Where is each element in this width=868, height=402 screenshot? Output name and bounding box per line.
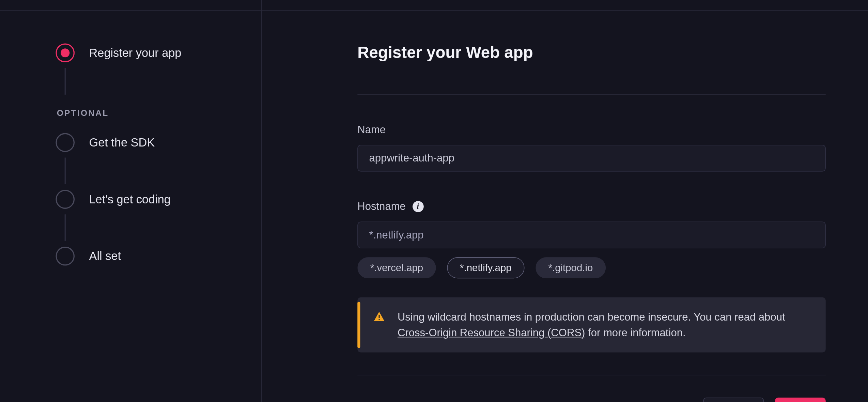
step-indicator-pending-icon — [56, 133, 75, 152]
main-content: Register your Web app Name Hostname i *.… — [262, 0, 868, 402]
hostname-label: Hostname — [357, 200, 406, 213]
chip-gitpod-io[interactable]: *.gitpod.io — [536, 257, 606, 278]
warning-text-before: Using wildcard hostnames in production c… — [398, 311, 785, 323]
step-connector — [65, 214, 66, 241]
name-input[interactable] — [357, 145, 826, 171]
chip-label: *.vercel.app — [370, 262, 423, 274]
cancel-button[interactable]: Cancel — [703, 398, 764, 402]
cors-link[interactable]: Cross-Origin Resource Sharing (CORS) — [398, 327, 585, 338]
page-title: Register your Web app — [357, 43, 826, 62]
svg-rect-1 — [379, 319, 380, 320]
next-button[interactable]: Next — [775, 398, 826, 402]
info-icon[interactable]: i — [412, 201, 423, 212]
wizard-sidebar: Register your app OPTIONAL Get the SDK L… — [0, 0, 262, 402]
chip-label: *.gitpod.io — [548, 262, 593, 274]
name-form-group: Name — [357, 124, 826, 172]
hostname-suggestion-chips: *.vercel.app *.netlify.app *.gitpod.io — [357, 257, 826, 278]
step-all-set[interactable]: All set — [56, 247, 261, 266]
step-label: Get the SDK — [89, 136, 155, 149]
form-footer: Cancel Next — [357, 375, 826, 402]
svg-rect-0 — [379, 315, 380, 318]
step-connector — [65, 158, 66, 184]
step-indicator-pending-icon — [56, 247, 75, 266]
chip-label: *.netlify.app — [460, 262, 512, 274]
step-label: Register your app — [89, 46, 182, 60]
hostname-input[interactable] — [357, 221, 826, 248]
step-lets-get-coding[interactable]: Let's get coding — [56, 190, 261, 209]
optional-section-label: OPTIONAL — [57, 108, 261, 118]
name-label: Name — [357, 124, 386, 136]
step-indicator-pending-icon — [56, 190, 75, 209]
wildcard-warning-alert: Using wildcard hostnames in production c… — [357, 297, 826, 353]
step-indicator-active-icon — [56, 43, 75, 62]
divider — [357, 375, 826, 375]
warning-text-after: for more information. — [585, 327, 685, 338]
step-label: Let's get coding — [89, 192, 171, 206]
step-register-your-app[interactable]: Register your app — [56, 43, 261, 62]
chip-vercel-app[interactable]: *.vercel.app — [357, 257, 436, 278]
step-connector — [65, 68, 66, 94]
chip-netlify-app[interactable]: *.netlify.app — [447, 257, 525, 278]
divider — [357, 94, 826, 95]
step-label: All set — [89, 249, 121, 263]
warning-icon — [357, 310, 385, 325]
hostname-form-group: Hostname i *.vercel.app *.netlify.app *.… — [357, 200, 826, 352]
step-get-the-sdk[interactable]: Get the SDK — [56, 133, 261, 152]
warning-text: Using wildcard hostnames in production c… — [398, 310, 810, 340]
